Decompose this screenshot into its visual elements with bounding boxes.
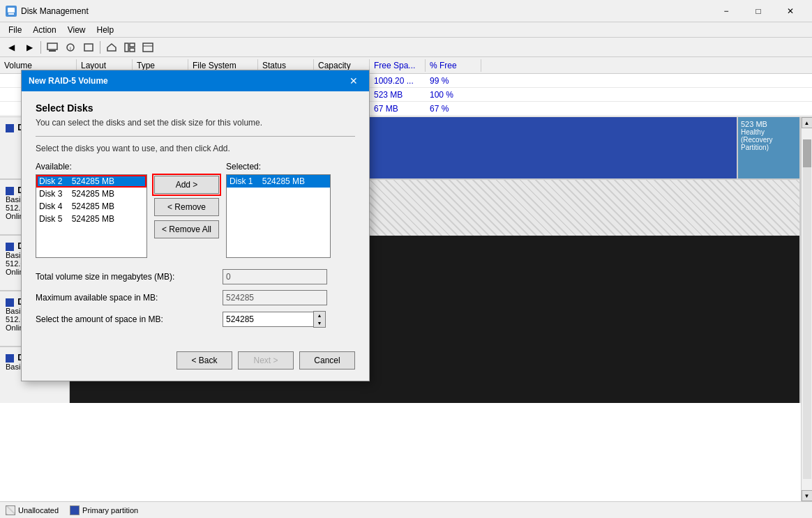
- scrollbar-up[interactable]: ▲: [802, 117, 813, 128]
- disk-0-part-4: 523 MB Healthy (Recovery Partition): [738, 117, 801, 178]
- toolbar-back[interactable]: ◀: [3, 40, 20, 55]
- selected-listbox[interactable]: Disk 1 524285 MB: [226, 174, 331, 258]
- add-button[interactable]: Add >: [154, 176, 219, 194]
- menu-view[interactable]: View: [62, 24, 91, 36]
- available-disk-4[interactable]: Disk 4 524285 MB: [36, 200, 146, 213]
- svg-rect-6: [84, 44, 93, 51]
- svg-rect-9: [130, 48, 135, 52]
- remove-button[interactable]: < Remove: [154, 198, 219, 216]
- menu-action[interactable]: Action: [27, 24, 61, 36]
- legend-unallocated-color: [6, 505, 15, 515]
- legend-primary-color: [70, 505, 80, 515]
- window-title: Disk Management: [21, 6, 710, 16]
- disk-action-buttons: Add > < Remove < Remove All: [154, 162, 219, 238]
- td-pct2: 100 %: [426, 89, 812, 101]
- minimize-button[interactable]: −: [710, 0, 742, 22]
- menu-file[interactable]: File: [3, 24, 27, 36]
- dialog: New RAID-5 Volume ✕ Select Disks You can…: [21, 70, 370, 381]
- available-disk-5[interactable]: Disk 5 524285 MB: [36, 213, 146, 225]
- remove-all-button[interactable]: < Remove All: [154, 220, 219, 238]
- available-section: Available: Disk 2 524285 MB Disk 3 52428…: [36, 162, 147, 258]
- space-input[interactable]: [223, 312, 313, 327]
- selected-label: Selected:: [226, 162, 331, 172]
- toolbar-btn-4[interactable]: [103, 40, 120, 55]
- toolbar-btn-2[interactable]: i: [62, 40, 79, 55]
- total-volume-label: Total volume size in megabytes (MB):: [36, 272, 217, 282]
- available-listbox[interactable]: Disk 2 524285 MB Disk 3 524285 MB Disk 4…: [36, 174, 147, 258]
- cancel-button[interactable]: Cancel: [299, 351, 355, 370]
- th-pctfree: % Free: [426, 59, 481, 72]
- dialog-footer: < Back Next > Cancel: [22, 344, 369, 381]
- back-button[interactable]: < Back: [176, 351, 232, 370]
- toolbar-btn-6[interactable]: [140, 40, 156, 55]
- select-space-row: Select the amount of space in MB: ▲ ▼: [36, 311, 355, 328]
- dialog-body: Select Disks You can select the disks an…: [22, 91, 369, 344]
- legend-primary: Primary partition: [70, 505, 138, 515]
- toolbar-btn-3[interactable]: [80, 40, 97, 55]
- legend: Unallocated Primary partition: [0, 501, 812, 518]
- dialog-divider: [36, 136, 355, 137]
- scrollbar-area: ▲ ▼: [801, 117, 812, 501]
- td-free1: 1009.20 ...: [370, 75, 426, 87]
- next-button[interactable]: Next >: [238, 351, 294, 370]
- menu-help[interactable]: Help: [91, 24, 120, 36]
- dialog-section-desc: You can select the disks and set the dis…: [36, 118, 355, 128]
- select-space-label: Select the amount of space in MB:: [36, 314, 217, 324]
- available-disk-3[interactable]: Disk 3 524285 MB: [36, 188, 146, 200]
- disk-selector-row: Available: Disk 2 524285 MB Disk 3 52428…: [36, 162, 355, 258]
- scrollbar-track[interactable]: [803, 139, 811, 479]
- legend-primary-label: Primary partition: [82, 506, 138, 515]
- window-controls: − □ ✕: [710, 0, 806, 22]
- td-pct3: 67 %: [426, 102, 812, 115]
- toolbar-forward[interactable]: ▶: [21, 40, 38, 55]
- space-spinner: ▲ ▼: [223, 311, 326, 328]
- legend-unallocated: Unallocated: [6, 505, 59, 515]
- max-space-row: Maximum available space in MB:: [36, 290, 355, 305]
- app-icon: [6, 6, 17, 17]
- svg-rect-3: [49, 50, 56, 52]
- svg-text:i: i: [70, 45, 71, 52]
- td-pct1: 99 %: [426, 75, 812, 87]
- available-disk-2[interactable]: Disk 2 524285 MB: [36, 175, 146, 188]
- spinner-up[interactable]: ▲: [314, 312, 325, 319]
- total-volume-row: Total volume size in megabytes (MB):: [36, 269, 355, 284]
- dialog-close-button[interactable]: ✕: [345, 73, 362, 89]
- td-free2: 523 MB: [370, 89, 426, 101]
- svg-rect-1: [8, 13, 14, 15]
- total-volume-input[interactable]: [223, 269, 327, 284]
- toolbar-btn-5[interactable]: [121, 40, 138, 55]
- svg-rect-8: [130, 43, 135, 47]
- spinner-buttons: ▲ ▼: [313, 311, 326, 328]
- dialog-title-bar: New RAID-5 Volume ✕: [22, 70, 369, 91]
- th-extra: [481, 64, 812, 67]
- toolbar-sep-1: [40, 41, 41, 54]
- th-freespace: Free Spa...: [370, 59, 426, 72]
- toolbar-btn-1[interactable]: [44, 40, 61, 55]
- selected-section: Selected: Disk 1 524285 MB: [226, 162, 331, 258]
- selected-disk-1[interactable]: Disk 1 524285 MB: [227, 175, 330, 188]
- svg-rect-7: [125, 43, 128, 52]
- svg-rect-0: [8, 8, 15, 13]
- toolbar: ◀ ▶ i: [0, 38, 812, 57]
- legend-unallocated-label: Unallocated: [18, 506, 59, 515]
- menu-bar: File Action View Help: [0, 22, 812, 38]
- max-space-input[interactable]: [223, 290, 327, 305]
- close-button[interactable]: ✕: [774, 0, 806, 22]
- svg-rect-10: [143, 43, 153, 52]
- spinner-down[interactable]: ▼: [314, 319, 325, 327]
- available-label: Available:: [36, 162, 147, 172]
- max-space-label: Maximum available space in MB:: [36, 293, 217, 303]
- svg-rect-2: [47, 43, 57, 49]
- scrollbar-down[interactable]: ▼: [802, 490, 813, 501]
- dialog-title-text: New RAID-5 Volume: [29, 76, 345, 86]
- maximize-button[interactable]: □: [742, 0, 774, 22]
- scrollbar-handle[interactable]: [803, 139, 811, 167]
- dialog-instruction: Select the disks you want to use, and th…: [36, 144, 355, 153]
- dialog-section-title: Select Disks: [36, 102, 355, 114]
- title-bar: Disk Management − □ ✕: [0, 0, 812, 22]
- toolbar-sep-2: [100, 41, 100, 54]
- td-free3: 67 MB: [370, 102, 426, 115]
